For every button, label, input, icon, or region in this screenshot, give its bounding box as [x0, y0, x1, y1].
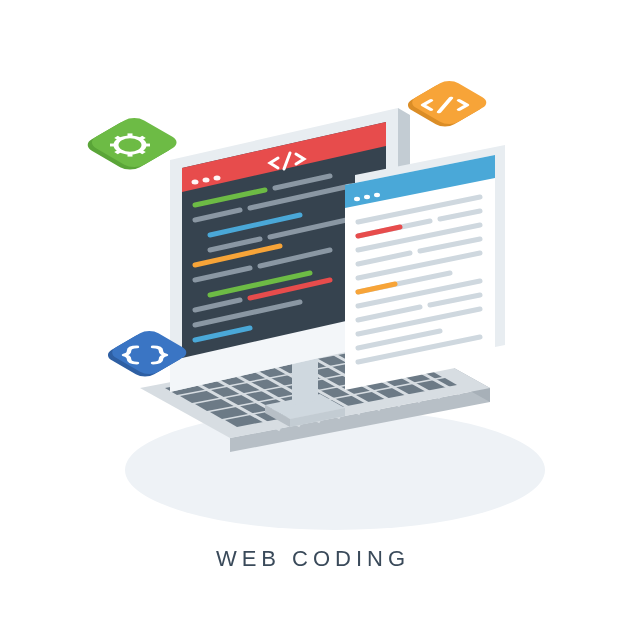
svg-point-50	[364, 195, 370, 199]
illustration-stage	[0, 0, 626, 626]
svg-line-78	[116, 151, 120, 153]
svg-point-28	[203, 178, 210, 183]
gear-badge	[82, 115, 182, 173]
svg-point-79	[125, 142, 135, 148]
svg-point-27	[192, 180, 199, 185]
svg-rect-69	[86, 115, 182, 171]
svg-line-77	[140, 151, 144, 153]
svg-point-49	[354, 197, 360, 201]
svg-line-75	[140, 137, 144, 139]
web-coding-illustration	[0, 0, 626, 626]
caption-text: WEB CODING	[0, 546, 626, 572]
svg-point-51	[374, 193, 380, 197]
svg-line-76	[116, 137, 120, 139]
browser-window	[345, 145, 505, 390]
code-badge	[403, 78, 492, 130]
svg-point-29	[214, 176, 221, 181]
